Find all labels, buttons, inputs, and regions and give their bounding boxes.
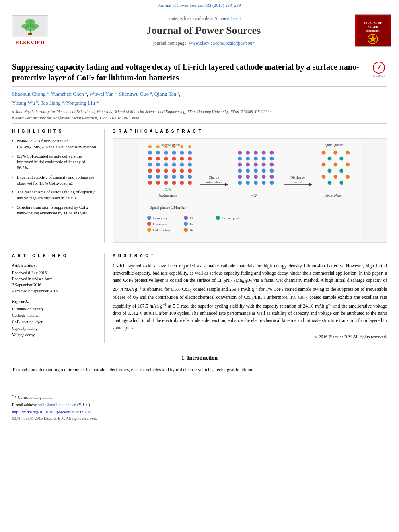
main-content: Suppressing capacity fading and voltage … xyxy=(0,51,399,385)
svg-point-87 xyxy=(238,181,242,185)
journal-header: ELSEVIER Contents lists available at Sci… xyxy=(0,10,399,51)
svg-point-54 xyxy=(172,145,175,148)
homepage-url[interactable]: www.elsevier.com/locate/jpowsour xyxy=(189,41,254,45)
svg-point-103 xyxy=(346,175,350,179)
svg-point-68 xyxy=(246,157,250,161)
svg-text:SOURCES: SOURCES xyxy=(366,29,379,33)
graphical-abstract-heading: G R A P H I C A L A B S T R A C T xyxy=(113,129,387,134)
svg-point-73 xyxy=(246,163,250,167)
svg-point-122 xyxy=(184,228,188,232)
issn-line: 0378-7753/© 2016 Elsevier B.V. All right… xyxy=(12,416,387,421)
keyword-1: Lithium-ion battery xyxy=(12,306,98,312)
revised-date: Received in revised form2 September 2016 xyxy=(12,276,98,288)
doi-link[interactable]: http://dx.doi.org/10.1016/j.jpowsour.201… xyxy=(12,410,91,414)
svg-point-75 xyxy=(262,163,266,167)
svg-point-120 xyxy=(184,222,188,226)
doi-line: http://dx.doi.org/10.1016/j.jpowsour.201… xyxy=(12,409,387,415)
elsevier-logo-image xyxy=(12,15,48,37)
affiliation-b: b Northwest Institute for Nonferrous Met… xyxy=(12,115,387,121)
svg-text:Mn: Mn xyxy=(190,217,194,220)
svg-point-56 xyxy=(188,145,191,148)
email-link[interactable]: ynliu@mail.xjtu.edu.cn xyxy=(38,403,76,407)
highlight-item-2: 0.5% CoF₂-coated sample delivers the imp… xyxy=(12,154,98,171)
svg-point-74 xyxy=(254,163,258,167)
authors-line-2: Yifang Wu b, Tao Jiang a, Yongning Liu a… xyxy=(12,99,387,107)
history-label: Article history: xyxy=(12,263,98,268)
svg-point-20 xyxy=(188,151,192,155)
highlights-graphical-section: H I G H L I G H T S Nano-CoF₂ is firstly… xyxy=(12,123,387,248)
keyword-5: Voltage decay xyxy=(12,332,98,338)
svg-point-79 xyxy=(254,169,258,173)
svg-point-52 xyxy=(156,145,160,148)
elsevier-logo-section: ELSEVIER xyxy=(8,15,52,46)
svg-point-64 xyxy=(254,151,258,155)
svg-point-62 xyxy=(238,151,242,155)
svg-point-31 xyxy=(180,163,184,167)
accepted-date: Accepted 6 September 2016 xyxy=(12,288,98,294)
svg-point-16 xyxy=(156,151,160,155)
svg-point-51 xyxy=(148,145,152,148)
copyright: © 2016 Elsevier B.V. All rights reserved… xyxy=(113,334,387,340)
svg-point-95 xyxy=(322,151,326,155)
svg-text:Layered phase: Layered phase xyxy=(159,143,181,147)
svg-text:integration: integration xyxy=(206,181,222,185)
svg-point-41 xyxy=(164,175,168,179)
crossmark-icon: ✓ xyxy=(373,62,385,74)
sciencedirect-link: Contents lists available at ScienceDirec… xyxy=(52,15,355,22)
authors-section: Shaokun Chong a, Yuanzhen Chen a, Wuwei … xyxy=(12,87,387,123)
email-line: E-mail address: ynliu@mail.xjtu.edu.cn (… xyxy=(12,402,387,408)
svg-point-34 xyxy=(156,169,160,173)
abstract-heading: A B S T R A C T xyxy=(113,253,387,259)
svg-point-69 xyxy=(254,157,258,161)
svg-point-36 xyxy=(172,169,176,173)
article-title-section: Suppressing capacity fading and voltage … xyxy=(12,58,387,87)
keywords-section: Keywords: Lithium-ion battery Cathode ma… xyxy=(12,299,98,338)
svg-point-77 xyxy=(238,169,242,173)
highlights-column: H I G H L I G H T S Nano-CoF₂ is firstly… xyxy=(12,129,105,243)
keywords-list: Lithium-ion battery Cathode material CoF… xyxy=(12,306,98,338)
keyword-4: Capacity fading xyxy=(12,325,98,332)
svg-text:Li vacancy: Li vacancy xyxy=(153,217,167,220)
svg-point-38 xyxy=(188,169,192,173)
article-history: Article history: Received 8 July 2016 Re… xyxy=(12,263,98,294)
svg-point-27 xyxy=(148,163,152,167)
introduction-text: To meet more demanding requirements for … xyxy=(12,366,387,374)
svg-text:O vacancy: O vacancy xyxy=(153,223,167,226)
journal-homepage: journal homepage: www.elsevier.com/locat… xyxy=(52,40,355,46)
svg-rect-6 xyxy=(28,33,32,35)
introduction-heading: 1. Introduction xyxy=(12,354,387,362)
article-title: Suppressing capacity fading and voltage … xyxy=(12,62,367,83)
affiliations: a State Key Laboratory for Mechanical Be… xyxy=(12,109,387,121)
svg-point-33 xyxy=(148,169,152,173)
affiliation-a: a State Key Laboratory for Mechanical Be… xyxy=(12,109,387,115)
svg-point-21 xyxy=(148,157,152,161)
article-info-abstract-section: A R T I C L E I N F O Article history: R… xyxy=(12,248,387,348)
highlights-heading: H I G H L I G H T S xyxy=(12,129,98,134)
svg-text:CoF₂: CoF₂ xyxy=(165,188,172,191)
svg-point-72 xyxy=(238,163,242,167)
svg-rect-13 xyxy=(138,139,362,242)
svg-point-29 xyxy=(164,163,168,167)
svg-point-47 xyxy=(164,181,168,185)
svg-text:Spinel phase (LiMn₂O₄): Spinel phase (LiMn₂O₄) xyxy=(150,205,185,210)
svg-point-5 xyxy=(25,25,36,31)
article-info-heading: A R T I C L E I N F O xyxy=(12,253,98,259)
svg-point-32 xyxy=(188,163,192,167)
svg-point-106 xyxy=(328,169,332,173)
svg-point-98 xyxy=(322,163,326,167)
svg-point-116 xyxy=(147,228,151,232)
svg-point-46 xyxy=(156,181,160,185)
svg-point-118 xyxy=(184,216,188,220)
sciencedirect-url[interactable]: ScienceDirect xyxy=(215,16,241,21)
svg-point-70 xyxy=(262,157,266,161)
svg-point-88 xyxy=(246,181,250,185)
svg-point-40 xyxy=(156,175,160,179)
svg-point-90 xyxy=(262,181,266,185)
svg-point-81 xyxy=(270,169,274,173)
svg-point-17 xyxy=(164,151,168,155)
authors-line-1: Shaokun Chong a, Yuanzhen Chen a, Wuwei … xyxy=(12,90,387,98)
corresponding-author-note: * * Corresponding author. xyxy=(12,394,387,401)
svg-point-112 xyxy=(147,216,151,220)
graphical-abstract-column: G R A P H I C A L A B S T R A C T Layere… xyxy=(105,129,387,243)
keyword-3: CoF₂ coating layer xyxy=(12,319,98,325)
